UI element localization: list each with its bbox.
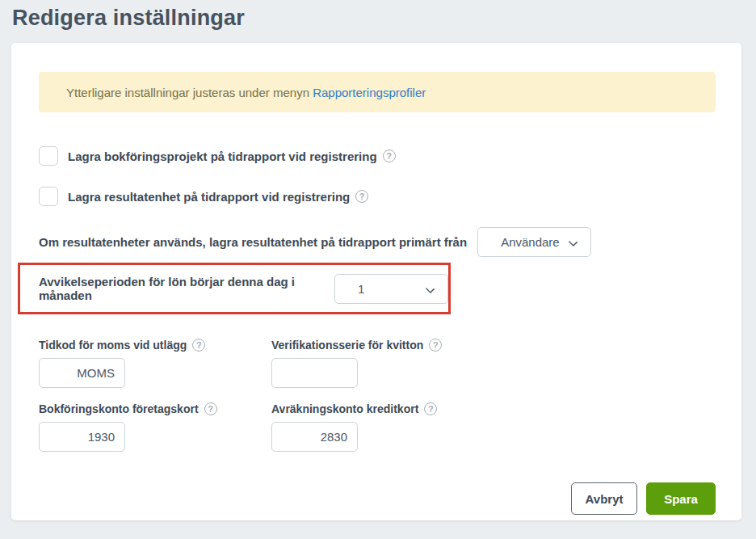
help-icon[interactable]: ? [383,149,396,162]
field-label-text: Verifikationsserie för kvitton [271,339,423,352]
resultatenhet-primart-row: Om resultatenheter används, lagra result… [39,227,716,257]
help-icon[interactable]: ? [355,190,368,203]
help-icon[interactable]: ? [192,339,205,352]
checkbox-row-bokforingsprojekt: Lagra bokföringsprojekt på tidrapport vi… [39,146,716,166]
select-label: Avvikelseperioden för lön börjar denna d… [39,275,324,302]
action-buttons: Avbryt Spara [39,482,716,515]
chevron-down-icon [569,238,578,247]
field-avrakningskonto: Avräkningskonto kreditkort ? [271,402,504,452]
page-title: Redigera inställningar [12,6,756,31]
resultatenhet-checkbox[interactable] [39,187,58,206]
field-label: Bokföringskonto företagskort ? [39,402,271,415]
checkbox-row-resultatenhet: Lagra resultatenhet på tidrapport vid re… [39,187,716,206]
avvikelseperiod-highlight-rect: Avvikelseperioden för lön börjar denna d… [18,263,451,314]
help-icon[interactable]: ? [429,339,442,352]
help-icon[interactable]: ? [424,402,437,415]
bokforingskonto-input[interactable] [39,422,125,452]
bokforingsprojekt-checkbox[interactable] [39,146,58,166]
fields-grid: Tidkod för moms vid utlägg ? Verifikatio… [39,339,716,466]
save-button[interactable]: Spara [646,482,716,515]
select-label: Om resultatenheter används, lagra result… [39,235,467,249]
cancel-button[interactable]: Avbryt [571,482,637,515]
field-label: Verifikationsserie för kvitton ? [271,339,504,352]
checkbox-label: Lagra bokföringsprojekt på tidrapport vi… [68,149,377,163]
avrakningskonto-input[interactable] [271,422,358,452]
checkbox-label: Lagra resultatenhet på tidrapport vid re… [68,190,350,204]
field-label: Tidkod för moms vid utlägg ? [39,339,271,352]
settings-card: Ytterligare inställningar justeras under… [11,43,741,520]
info-banner-text: Ytterligare inställningar justeras under… [66,86,313,99]
field-label-text: Avräkningskonto kreditkort [271,402,418,415]
field-label: Avräkningskonto kreditkort ? [271,402,504,415]
verifikationsserie-input[interactable] [271,358,358,388]
field-tidkod-moms: Tidkod för moms vid utlägg ? [39,339,271,388]
select-value: 1 [358,282,364,296]
field-bokforingskonto: Bokföringskonto företagskort ? [39,402,271,452]
rapporteringsprofiler-link[interactable]: Rapporteringsprofiler [313,86,426,99]
resultatenhet-primart-select[interactable]: Användare [477,227,591,257]
info-banner: Ytterligare inställningar justeras under… [39,72,716,112]
help-icon[interactable]: ? [204,402,217,415]
chevron-down-icon [426,284,435,293]
field-label-text: Tidkod för moms vid utlägg [39,339,187,352]
field-label-text: Bokföringskonto företagskort [39,402,199,415]
select-value: Användare [501,235,560,249]
field-verifikationsserie: Verifikationsserie för kvitton ? [271,339,504,388]
avvikelseperiod-dag-select[interactable]: 1 [334,274,448,304]
tidkod-moms-input[interactable] [39,358,125,388]
